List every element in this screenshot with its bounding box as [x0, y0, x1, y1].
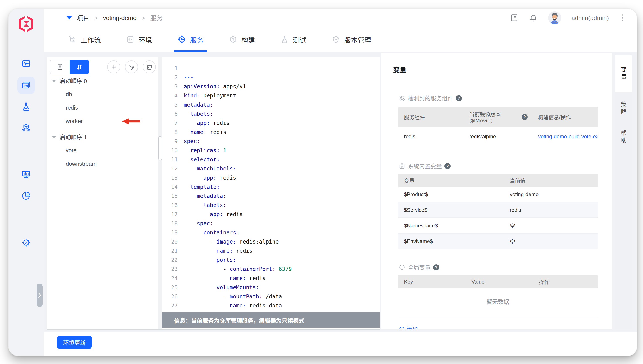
- caret-down-icon[interactable]: [52, 79, 56, 82]
- tab-services[interactable]: 服务: [174, 27, 207, 52]
- help-icon[interactable]: ?: [445, 163, 451, 169]
- tab-environments[interactable]: 环境: [123, 27, 156, 52]
- table-header: Key Value 操作: [398, 275, 598, 288]
- template-button[interactable]: [143, 60, 156, 74]
- test-flask-icon: [280, 35, 288, 44]
- builtin-variables-table: 变量 当前值 $Product$voting-demo$Service$redi…: [398, 174, 598, 249]
- footer-bar: 环境更新: [44, 332, 637, 356]
- breadcrumb-projects[interactable]: 项目: [77, 14, 89, 22]
- sort-view-button[interactable]: [70, 60, 89, 74]
- line-number: 6: [162, 109, 184, 118]
- code-token: redis: [217, 174, 236, 181]
- variable-name: $Service$: [398, 202, 504, 218]
- header-cell: 服务组件: [398, 106, 463, 127]
- sidebar-item-delivery[interactable]: [18, 119, 35, 136]
- caret-down-icon[interactable]: [52, 136, 56, 138]
- code-token: metadata:: [197, 193, 226, 199]
- docs-book-icon[interactable]: [510, 14, 518, 22]
- tree-scrollbar-thumb[interactable]: [158, 136, 162, 160]
- tab-builds[interactable]: 构建: [225, 27, 258, 52]
- header-cell: 构建信息/操作: [532, 106, 598, 127]
- tree-item-downstream[interactable]: downstream: [47, 157, 158, 170]
- code-token: [184, 120, 197, 126]
- code-token: apiVersion:: [184, 83, 220, 90]
- sidebar-item-tests[interactable]: [18, 98, 35, 115]
- code-line: 9spec:: [162, 136, 380, 146]
- code-token: [184, 256, 217, 263]
- tree-group[interactable]: 启动顺序 0: [47, 74, 158, 88]
- top-header: 项目 > voting-demo > 服务: [44, 9, 637, 27]
- editor-readonly-banner: 信息：当前服务为仓库管理服务，编辑器为只读模式: [162, 312, 380, 328]
- build-link[interactable]: voting-demo-build-vote-e2: [538, 134, 598, 140]
- line-number: 9: [162, 136, 184, 146]
- side-tab-variables[interactable]: 变量: [615, 55, 632, 92]
- svg-text:PM: PM: [24, 84, 28, 88]
- build-hexagon-icon: [229, 35, 237, 44]
- pie-chart-icon: [21, 191, 31, 200]
- tree-view-toggle: [50, 60, 89, 74]
- builtin-variables-section: 系统内置变量 ?: [399, 162, 612, 170]
- add-label: 添加: [407, 325, 418, 329]
- sidebar-item-data[interactable]: [18, 166, 35, 183]
- tree-item-redis[interactable]: redis: [47, 101, 158, 114]
- line-number: 17: [162, 210, 184, 219]
- code-token: selector:: [190, 156, 220, 163]
- current-user[interactable]: admin(admin): [572, 14, 609, 21]
- code-token: 1: [223, 147, 226, 154]
- code-token: -: [184, 238, 217, 245]
- workflow-icon: [68, 35, 76, 44]
- tree-scrollbar[interactable]: [158, 58, 162, 329]
- tab-releases[interactable]: 版本管理: [328, 27, 375, 52]
- header-cell: 操作: [533, 275, 598, 288]
- help-icon[interactable]: ?: [456, 95, 462, 101]
- tree-item-worker[interactable]: worker: [47, 114, 158, 128]
- sidebar-item-dashboard[interactable]: [18, 55, 35, 72]
- code-line: 22 ports:: [162, 255, 380, 264]
- code-token: ---: [184, 74, 193, 80]
- pm-projects-icon: PM: [21, 80, 31, 90]
- side-tab-policy[interactable]: 策略: [615, 98, 632, 119]
- tab-tests[interactable]: 测试: [277, 27, 310, 52]
- tree-group[interactable]: 启动顺序 1: [47, 130, 158, 144]
- line-number: 15: [162, 191, 184, 200]
- panel-collapse-handle[interactable]: [37, 284, 43, 307]
- variable-value: redis: [504, 202, 598, 218]
- breadcrumb-project-name[interactable]: voting-demo: [103, 14, 136, 21]
- side-tab-help[interactable]: 帮助: [615, 127, 632, 148]
- variable-value: 空: [504, 218, 598, 233]
- code-line: 8 name: redis: [162, 128, 380, 136]
- list-view-button[interactable]: [51, 60, 70, 74]
- help-icon[interactable]: ?: [433, 264, 439, 270]
- table-header: 变量 当前值: [398, 174, 598, 186]
- code-line: 6 labels:: [162, 109, 380, 118]
- code-token: [184, 129, 190, 135]
- code-token: metadata:: [184, 101, 213, 108]
- user-avatar[interactable]: [548, 11, 561, 24]
- code-line: 16 labels:: [162, 200, 380, 210]
- code-token: containers:: [203, 229, 239, 236]
- notification-bell-icon[interactable]: [529, 14, 538, 22]
- help-icon[interactable]: ?: [522, 114, 528, 120]
- project-menu-arrow-icon[interactable]: [67, 16, 72, 20]
- sidebar-item-insights[interactable]: [18, 187, 35, 204]
- code-token: [184, 275, 230, 281]
- tab-workflows[interactable]: 工作流: [65, 27, 104, 52]
- tree-item-db[interactable]: db: [47, 88, 158, 101]
- plus-icon: [110, 64, 117, 70]
- breadcrumb-current: 服务: [150, 14, 162, 22]
- more-options-icon[interactable]: [619, 14, 626, 22]
- add-variable-button[interactable]: 添加: [399, 325, 429, 329]
- tree-item-vote[interactable]: vote: [47, 144, 158, 157]
- image-version: redis:alpine: [463, 127, 532, 146]
- sidebar-item-projects[interactable]: PM: [18, 76, 35, 94]
- env-update-button[interactable]: 环境更新: [57, 336, 92, 349]
- code-token: redis: [233, 248, 252, 254]
- sidebar-item-settings[interactable]: Z: [18, 234, 35, 251]
- line-number: 4: [162, 91, 184, 100]
- tree-structure-button[interactable]: [125, 60, 138, 74]
- code-token: app:: [197, 120, 210, 126]
- code-token: [184, 165, 197, 172]
- variable-value: voting-demo: [504, 186, 598, 202]
- yaml-editor[interactable]: 12---3apiVersion: apps/v14kind: Deployme…: [162, 58, 380, 307]
- add-service-button[interactable]: [107, 60, 120, 74]
